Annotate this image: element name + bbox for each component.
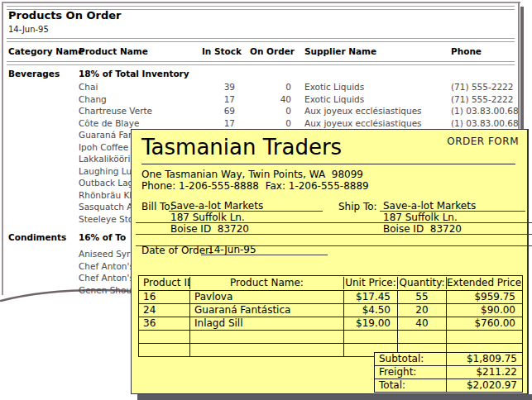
total-value: $2,020.97 [447,379,522,392]
page-title: Products On Order [8,9,121,21]
product-name: Chef Anton's [79,273,134,283]
unit-price: $17.45 [344,291,398,303]
product-id: 24 [139,304,190,317]
quantity [398,331,447,343]
in-stock: 17 [169,94,235,104]
product-name: Steeleye Sto [79,214,133,224]
in-stock: 69 [169,106,235,116]
extended-price: $90.00 [447,304,522,317]
line-item-row: 24 Guaraná Fantástica $4.50 20 $90.00 [139,304,522,317]
table-row: Côte de Blaye 17 0 Aux joyeux ecclésiast… [0,118,521,129]
ship-to-line2: 187 Suffolk Ln. [338,212,532,223]
unit-price: $19.00 [344,317,398,330]
supplier-name: Exotic Liquids [304,94,364,104]
product-name: Guaraná Fantástica [190,304,344,317]
supplier-name: Aux joyeux ecclésiastiques [304,118,422,128]
product-name: Côte de Blaye [79,118,139,128]
page-border-top [2,2,520,3]
freight-value: $211.22 [447,366,522,379]
phone: (1) 03.83.00.68 [451,118,519,128]
quantity: 40 [398,317,447,330]
freight-row: Freight: $211.22 [375,366,522,379]
extended-price [447,331,522,343]
in-stock: 17 [169,118,235,128]
divider-line [7,61,515,62]
phone: (71) 555-2222 [451,82,513,92]
product-id [139,344,190,356]
in-stock: 39 [169,82,235,92]
ship-to-line4 [338,235,532,246]
section-header-beverages: Beverages 18% of Total Inventory [0,69,521,79]
ship-to-line1: Save-a-lot Markets [380,200,525,212]
product-name: Pavlova [190,291,344,303]
product-name [190,344,344,356]
product-name: Chai [79,82,98,92]
product-name: Chef Anton's [79,261,134,271]
totals-table: Subtotal: $1,809.75 Freight: $211.22 Tot… [374,352,523,393]
category-name: Beverages [8,69,60,79]
on-order: 0 [243,82,291,92]
product-id: 36 [139,317,190,330]
unit-price [344,331,398,343]
divider-line [7,6,515,7]
line-item-row: 16 Pavlova $17.45 55 $959.75 [139,291,522,304]
header-extended-price: Extended Price: [447,277,522,289]
bill-to-line2: 187 Suffolk Ln. [136,212,356,223]
on-order: 0 [243,106,291,116]
product-name: Genen Shouy [79,285,137,295]
phone: (1) 03.83.00.68 [451,106,519,116]
line-item-row-empty [139,331,522,344]
quantity: 20 [398,304,447,317]
subtotal-value: $1,809.75 [447,353,522,365]
freight-label: Freight: [375,366,447,379]
phone: (71) 555-2222 [451,94,513,104]
product-name [190,331,344,343]
table-row: Chartreuse Verte 69 0 Aux joyeux ecclési… [0,106,521,117]
supplier-name: Aux joyeux ecclésiastiques [304,106,422,116]
col-category-name: Category Name [8,46,84,56]
category-summary: 18% of Total Inventory [79,69,189,79]
total-row: Total: $2,020.97 [375,379,522,392]
line-items-header-row: Product ID Product Name: Unit Price: Qua… [139,276,522,291]
product-name: Guaraná Fan [79,130,134,140]
line-item-row: 36 Inlagd Sill $19.00 40 $760.00 [139,317,522,331]
product-name: Ipoh Coffee [79,142,128,152]
bill-to-line1: Save-a-lot Markets [169,200,323,212]
product-name: Lakkalikööri [79,154,130,164]
supplier-name: Exotic Liquids [304,82,364,92]
product-name: Inlagd Sill [190,317,344,330]
col-supplier-name: Supplier Name [304,46,376,56]
quantity: 55 [398,291,447,303]
on-order: 40 [243,94,291,104]
on-order: 0 [243,118,291,128]
product-name: Rhönbräu Kl [79,190,132,200]
divider-line [7,41,515,42]
date-of-order-value: 14-Jun-95 [201,244,328,255]
company-title: Tasmanian Traders [141,135,342,160]
subtotal-row: Subtotal: $1,809.75 [375,353,522,366]
extended-price: $959.75 [447,291,522,303]
header-product-name: Product Name: [190,277,344,289]
product-id: 16 [139,291,190,303]
col-on-order: On Order [248,46,295,56]
total-label: Total: [375,379,447,392]
col-phone: Phone [451,46,482,56]
product-name: Aniseed Syru [79,249,136,259]
table-row: Chang 17 40 Exotic Liquids (71) 555-2222 [0,94,521,105]
divider-line [7,64,515,65]
ship-to-line3: Boise ID 83720 [338,223,532,235]
header-quantity: Quantity: [398,277,447,289]
ship-to-label: Ship To: [338,201,377,212]
company-address: One Tasmanian Way, Twin Points, WA 98099 [141,169,363,180]
header-product-id: Product ID [139,277,190,289]
report-column-headers: Category Name Product Name In Stock On O… [0,46,521,57]
divider-line [7,38,515,39]
category-summary: 16% of To [79,232,126,242]
extended-price: $760.00 [447,317,522,330]
bill-to-line3: Boise ID 83720 [136,223,356,235]
table-row: Chai 39 0 Exotic Liquids (71) 555-2222 [0,82,521,93]
subtotal-label: Subtotal: [375,353,447,365]
order-form-shadow [137,394,532,400]
product-name: Chartreuse Verte [79,106,152,116]
category-name: Condiments [8,232,66,242]
